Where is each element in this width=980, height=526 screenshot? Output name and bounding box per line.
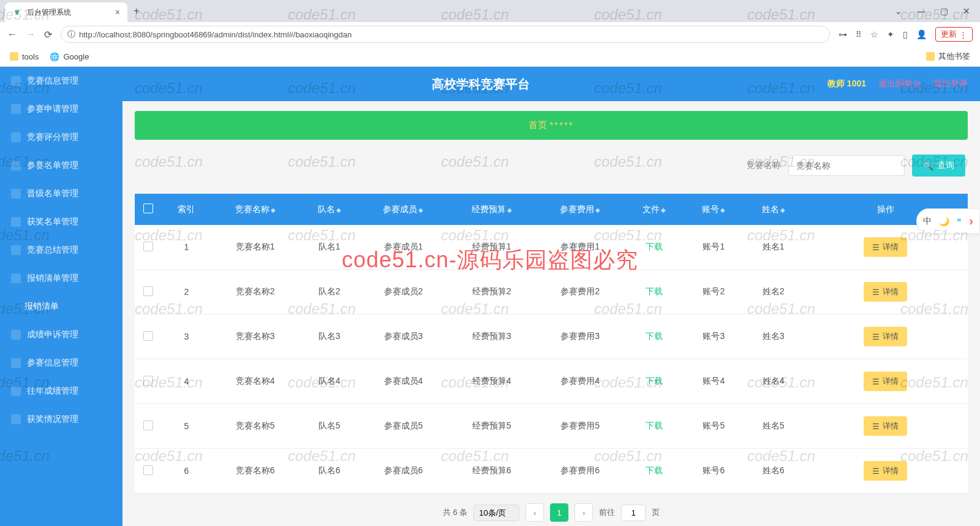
sidebar-item-9[interactable]: 成绩申诉管理	[0, 321, 123, 349]
info-icon[interactable]: ⓘ	[67, 29, 75, 40]
prev-page-button[interactable]: ‹	[526, 503, 544, 522]
menu-icon	[11, 245, 21, 255]
sidebar-item-3[interactable]: 参赛名单管理	[0, 151, 123, 180]
search-button[interactable]: 🔍 查询	[912, 154, 965, 177]
close-icon[interactable]: ×	[115, 7, 120, 17]
detail-button[interactable]: ☰ 详情	[864, 461, 907, 481]
select-all-checkbox[interactable]	[143, 204, 153, 213]
moon-icon[interactable]: 🌙	[939, 216, 949, 226]
download-link[interactable]: 下载	[646, 376, 663, 386]
detail-button[interactable]: ☰ 详情	[864, 237, 907, 257]
sidebar-item-5[interactable]: 获奖名单管理	[0, 208, 123, 236]
sidebar-item-10[interactable]: 参赛信息管理	[0, 349, 123, 377]
search-input[interactable]	[788, 155, 905, 176]
col-header-5[interactable]: 参赛费用◆	[536, 194, 624, 225]
logout-link[interactable]: 退出登录	[933, 78, 968, 90]
row-checkbox[interactable]	[143, 286, 153, 296]
table-cell: 姓名6	[744, 449, 803, 494]
sidebar-item-12[interactable]: 获奖情况管理	[0, 405, 123, 433]
sidebar-item-11[interactable]: 往年成绩管理	[0, 377, 123, 405]
minimize-icon[interactable]: —	[917, 6, 925, 16]
download-link[interactable]: 下载	[646, 331, 663, 341]
col-header-1[interactable]: 竞赛名称◆	[211, 194, 300, 225]
update-button[interactable]: 更新⋮	[935, 27, 973, 42]
lang-toggle[interactable]: 中	[923, 216, 932, 227]
detail-button[interactable]: ☰ 详情	[864, 327, 907, 346]
col-header-0[interactable]: 索引	[162, 194, 211, 225]
col-header-7[interactable]: 账号◆	[684, 194, 744, 225]
page-jump-input[interactable]	[621, 505, 646, 521]
table-cell: 队名3	[300, 314, 359, 359]
reload-icon[interactable]: ⟳	[44, 29, 52, 40]
browser-tab[interactable]: ▼ 后台管理系统 ×	[5, 2, 127, 22]
new-tab-button[interactable]: +	[127, 6, 145, 17]
app-container: 竞赛信息管理参赛申请管理竞赛评分管理参赛名单管理晋级名单管理获奖名单管理竞赛总结…	[0, 67, 980, 526]
next-page-button[interactable]: ›	[575, 503, 593, 522]
quote-icon[interactable]: ❝	[957, 216, 962, 226]
vue-favicon: ▼	[12, 7, 22, 17]
address-bar[interactable]	[79, 30, 823, 39]
table-row: 3竞赛名称3队名3参赛成员3经费预算3参赛费用3下载账号3姓名3☰ 详情	[135, 314, 968, 359]
user-info[interactable]: 教师 1001	[827, 78, 866, 90]
page-size-select[interactable]: 10条/页	[473, 505, 519, 521]
translate-icon[interactable]: ⠿	[856, 30, 862, 39]
bookmark-tools[interactable]: tools	[10, 52, 39, 61]
list-icon: ☰	[872, 332, 880, 341]
sidebar-item-8[interactable]: 报销清单	[0, 292, 123, 321]
forward-icon[interactable]: →	[26, 29, 36, 40]
row-checkbox[interactable]	[143, 242, 153, 251]
col-header-2[interactable]: 队名◆	[300, 194, 359, 225]
download-link[interactable]: 下载	[646, 242, 663, 251]
puzzle-icon[interactable]: ✦	[887, 29, 894, 39]
detail-button[interactable]: ☰ 详情	[864, 416, 907, 436]
col-header-8[interactable]: 姓名◆	[744, 194, 803, 225]
sidebar-item-label: 参赛名单管理	[27, 160, 78, 171]
sidebar-item-2[interactable]: 竞赛评分管理	[0, 123, 123, 151]
breadcrumb-home[interactable]: 首页	[529, 120, 547, 130]
expand-icon[interactable]: ›	[969, 214, 973, 228]
menu-icon	[11, 104, 21, 114]
col-header-3[interactable]: 参赛成员◆	[359, 194, 447, 225]
row-checkbox[interactable]	[143, 331, 153, 341]
table-cell: ☰ 详情	[803, 359, 968, 404]
profile-icon[interactable]: 👤	[916, 29, 927, 39]
table-cell: 经费预算1	[448, 225, 536, 270]
sidebar-item-label: 获奖情况管理	[27, 414, 78, 425]
list-icon: ☰	[872, 288, 880, 297]
detail-button[interactable]: ☰ 详情	[864, 372, 907, 391]
sidebar-item-4[interactable]: 晋级名单管理	[0, 180, 123, 208]
row-checkbox[interactable]	[143, 421, 153, 430]
app-header: 高校学科竞赛平台 教师 1001 退出到前台 退出登录	[123, 67, 980, 101]
panel-icon[interactable]: ▯	[903, 29, 908, 39]
download-link[interactable]: 下载	[646, 421, 663, 430]
sidebar-item-7[interactable]: 报销清单管理	[0, 264, 123, 292]
detail-button[interactable]: ☰ 详情	[864, 282, 907, 302]
star-icon[interactable]: ☆	[870, 29, 878, 39]
close-window-icon[interactable]: ✕	[963, 6, 970, 16]
sidebar-item-6[interactable]: 竞赛总结管理	[0, 236, 123, 264]
sidebar-item-label: 报销清单	[24, 301, 59, 312]
col-header-6[interactable]: 文件◆	[624, 194, 684, 225]
sidebar-item-0[interactable]: 竞赛信息管理	[0, 67, 123, 95]
bookmark-google[interactable]: 🌐Google	[50, 52, 89, 61]
menu-icon	[11, 189, 21, 199]
page-1-button[interactable]: 1	[550, 503, 568, 522]
sidebar-item-1[interactable]: 参赛申请管理	[0, 95, 123, 123]
back-icon[interactable]: ←	[7, 29, 17, 40]
download-link[interactable]: 下载	[646, 286, 663, 296]
table-cell: 3	[162, 314, 211, 359]
table-cell: 姓名3	[744, 314, 803, 359]
row-checkbox[interactable]	[143, 465, 153, 475]
table-cell: 2	[162, 270, 211, 314]
maximize-icon[interactable]: ▢	[940, 6, 948, 16]
other-bookmarks[interactable]: 其他书签	[926, 51, 970, 62]
menu-icon	[11, 386, 21, 396]
col-header-4[interactable]: 经费预算◆	[448, 194, 536, 225]
sidebar-item-label: 往年成绩管理	[27, 386, 78, 397]
key-icon[interactable]: ⊶	[839, 29, 847, 39]
download-link[interactable]: 下载	[646, 465, 663, 475]
row-checkbox[interactable]	[143, 376, 153, 386]
chevron-down-icon[interactable]: ⌄	[895, 6, 902, 16]
to-front-link[interactable]: 退出到前台	[878, 78, 921, 90]
table-cell: 账号5	[684, 404, 744, 449]
